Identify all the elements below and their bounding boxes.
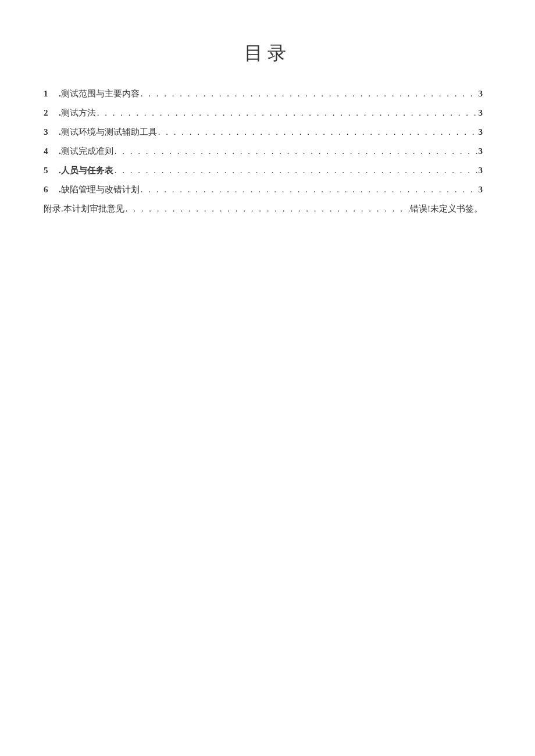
toc-entry-label: 测试范围与主要内容: [61, 89, 140, 98]
toc-entry-label: 人员与任务表: [61, 166, 113, 175]
page-title: 目录: [0, 41, 535, 66]
toc-leader-dots: [157, 128, 479, 137]
toc-entry: 6 . 缺陷管理与改错计划 3: [44, 185, 483, 194]
toc-leader-dots: [113, 147, 479, 156]
toc-leader-dots: [124, 205, 410, 213]
toc-entry-label: 缺陷管理与改错计划: [61, 185, 140, 194]
table-of-contents: 1 . 测试范围与主要内容 3 2 . 测试方法 3 3 . 测试环境与测试辅助…: [0, 89, 535, 213]
toc-entry: 3 . 测试环境与测试辅助工具 3: [44, 128, 483, 137]
toc-entry-number: 2: [44, 109, 52, 117]
toc-leader-dots: [140, 185, 479, 194]
toc-appendix-page: 错误!未定义书签。: [410, 205, 483, 213]
toc-leader-dots: [140, 89, 479, 98]
toc-entry-page: 3: [479, 185, 483, 194]
toc-entry-number: 4: [44, 147, 52, 156]
toc-entry: 2 . 测试方法 3: [44, 109, 483, 117]
toc-entry-page: 3: [479, 109, 483, 117]
toc-entry-number: 6: [44, 185, 52, 194]
toc-appendix-prefix: 附录.: [44, 205, 63, 213]
toc-entry-page: 3: [479, 147, 483, 156]
toc-entry-number: 1: [44, 89, 52, 98]
toc-entry: 1 . 测试范围与主要内容 3: [44, 89, 483, 98]
toc-entry-number: 3: [44, 128, 52, 137]
toc-entry-page: 3: [479, 166, 483, 175]
toc-entry-page: 3: [479, 128, 483, 137]
toc-appendix-entry: 附录. 本计划审批意见 错误!未定义书签。: [44, 205, 483, 213]
toc-entry-label: 测试方法: [61, 109, 96, 117]
toc-entry-number: 5: [44, 166, 52, 175]
toc-leader-dots: [96, 109, 479, 117]
toc-leader-dots: [113, 166, 479, 175]
toc-entry: 4 . 测试完成准则 3: [44, 147, 483, 156]
toc-entry-label: 测试完成准则: [61, 147, 113, 156]
toc-appendix-label: 本计划审批意见: [63, 205, 124, 213]
toc-entry: 5 . 人员与任务表 3: [44, 166, 483, 175]
toc-entry-label: 测试环境与测试辅助工具: [61, 128, 157, 137]
toc-entry-page: 3: [479, 89, 483, 98]
